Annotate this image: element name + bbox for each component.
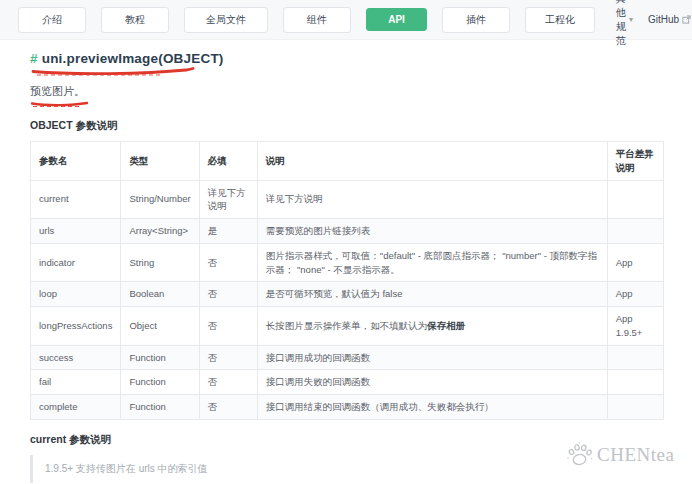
cell-desc: 详见下方说明: [257, 180, 607, 219]
version-note-blockquote: 1.9.5+ 支持传图片在 urls 中的索引值: [30, 455, 664, 483]
nav-tab-plugins[interactable]: 插件: [442, 7, 510, 33]
cell-name: indicator: [31, 243, 121, 282]
object-params-heading: OBJECT 参数说明: [30, 119, 664, 133]
nav-link-github[interactable]: GitHub: [648, 14, 691, 25]
cell-type: String/Number: [121, 180, 199, 219]
cell-required: 否: [199, 370, 257, 395]
table-row-fail: fail Function 否 接口调用失败的回调函数: [31, 370, 664, 395]
cell-type: Boolean: [121, 282, 199, 307]
nav-tab-intro[interactable]: 介绍: [18, 7, 86, 33]
current-params-heading: current 参数说明: [30, 433, 664, 447]
cell-type: Function: [121, 370, 199, 395]
table-row-current: current String/Number 详见下方说明 详见下方说明: [31, 180, 664, 219]
top-nav-bar: 介绍 教程 全局文件 组件 API 插件 工程化 其他规范 ▾ GitHub: [0, 0, 692, 40]
page-subtitle: 预览图片。: [30, 84, 664, 99]
nav-tab-engineering[interactable]: 工程化: [525, 7, 595, 33]
cell-name: loop: [31, 282, 121, 307]
cell-required: 否: [199, 345, 257, 370]
cell-desc-bold: 保存相册: [427, 320, 465, 331]
cell-required: 详见下方说明: [199, 180, 257, 219]
column-header-type: 类型: [121, 142, 199, 181]
table-row-longpressactions: longPressActions Object 否 长按图片显示操作菜单，如不填…: [31, 307, 664, 346]
cell-desc: 接口调用成功的回调函数: [257, 345, 607, 370]
cell-desc: 接口调用失败的回调函数: [257, 370, 607, 395]
cell-name: complete: [31, 395, 121, 420]
github-link-label: GitHub: [648, 14, 679, 25]
cell-desc: 是否可循环预览，默认值为 false: [257, 282, 607, 307]
cell-platform: [607, 180, 663, 219]
cell-type: Array<String>: [121, 219, 199, 244]
cell-name: success: [31, 345, 121, 370]
column-header-desc: 说明: [257, 142, 607, 181]
cell-platform: App: [607, 243, 663, 282]
cell-name: longPressActions: [31, 307, 121, 346]
red-underline-annotation-subtitle: [30, 100, 90, 108]
cell-platform: App 1.9.5+: [607, 307, 663, 346]
cell-type: Function: [121, 345, 199, 370]
cell-name: fail: [31, 370, 121, 395]
cell-required: 否: [199, 243, 257, 282]
params-table: 参数名 类型 必填 说明 平台差异说明 current String/Numbe…: [30, 141, 664, 420]
cell-name: current: [31, 180, 121, 219]
page-title: #uni.previewImage(OBJECT): [30, 51, 664, 66]
cell-platform: [607, 219, 663, 244]
nav-tab-api[interactable]: API: [366, 8, 427, 31]
cell-required: 是: [199, 219, 257, 244]
cell-desc: 需要预览的图片链接列表: [257, 219, 607, 244]
column-header-required: 必填: [199, 142, 257, 181]
table-row-urls: urls Array<String> 是 需要预览的图片链接列表: [31, 219, 664, 244]
cell-required: 否: [199, 307, 257, 346]
table-row-indicator: indicator String 否 图片指示器样式，可取值："default"…: [31, 243, 664, 282]
cell-type: Function: [121, 395, 199, 420]
table-row-complete: complete Function 否 接口调用结束的回调函数（调用成功、失败都…: [31, 395, 664, 420]
nav-tab-global-files[interactable]: 全局文件: [184, 7, 268, 33]
red-underline-annotation-title: [30, 67, 198, 77]
cell-platform: [607, 370, 663, 395]
cell-platform: [607, 395, 663, 420]
cell-desc: 接口调用结束的回调函数（调用成功、失败都会执行）: [257, 395, 607, 420]
cell-desc: 长按图片显示操作菜单，如不填默认为保存相册: [257, 307, 607, 346]
cell-platform: App: [607, 282, 663, 307]
table-row-success: success Function 否 接口调用成功的回调函数: [31, 345, 664, 370]
doc-content: #uni.previewImage(OBJECT) 预览图片。 OBJECT 参…: [0, 40, 692, 484]
heading-anchor-link[interactable]: #: [30, 51, 38, 66]
cell-required: 否: [199, 395, 257, 420]
cell-type: Object: [121, 307, 199, 346]
column-header-name: 参数名: [31, 142, 121, 181]
cell-name: urls: [31, 219, 121, 244]
column-header-platform: 平台差异说明: [607, 142, 663, 181]
cell-platform: [607, 345, 663, 370]
cell-required: 否: [199, 282, 257, 307]
page-title-text: uni.previewImage(OBJECT): [42, 51, 224, 66]
cell-type: String: [121, 243, 199, 282]
external-link-icon: [682, 15, 691, 24]
nav-tab-components[interactable]: 组件: [283, 7, 351, 33]
cell-desc-text: 长按图片显示操作菜单，如不填默认为: [266, 320, 428, 331]
nav-tab-tutorial[interactable]: 教程: [101, 7, 169, 33]
table-row-loop: loop Boolean 否 是否可循环预览，默认值为 false App: [31, 282, 664, 307]
chevron-down-icon: ▾: [629, 15, 633, 24]
cell-desc: 图片指示器样式，可取值："default" - 底部圆点指示器； "number…: [257, 243, 607, 282]
table-header-row: 参数名 类型 必填 说明 平台差异说明: [31, 142, 664, 181]
